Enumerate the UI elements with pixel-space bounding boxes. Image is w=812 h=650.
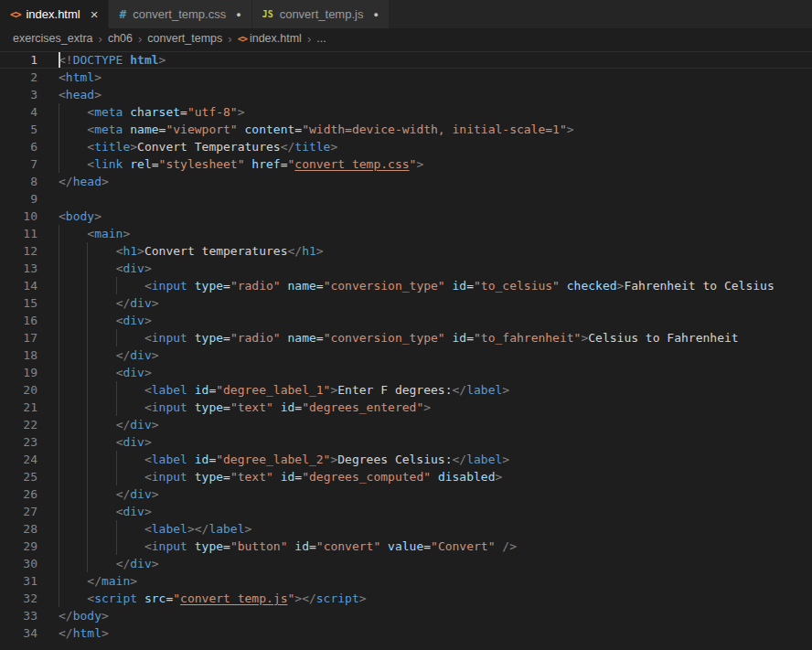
code-content: </div> [59, 416, 159, 433]
indent-guide [59, 103, 87, 121]
chevron-right-icon: › [136, 32, 144, 46]
attribute-name: rel [130, 157, 151, 171]
punctuation: < [59, 88, 66, 101]
breadcrumb-item--[interactable]: ... [316, 32, 326, 45]
indent-guide [59, 399, 87, 416]
equals-sign: = [223, 331, 230, 345]
punctuation: > [187, 522, 195, 536]
code-line[interactable]: 33</body> [0, 607, 812, 624]
code-line[interactable]: 23 <div> [0, 433, 812, 451]
code-content: <input type="button" id="convert" value=… [59, 538, 517, 555]
code-line[interactable]: 15 </div> [0, 294, 812, 312]
code-line[interactable]: 3<head> [0, 86, 812, 103]
punctuation: > [130, 140, 137, 154]
code-line[interactable]: 4 <meta charset="utf-8"> [0, 103, 812, 121]
code-line[interactable]: 34</html> [0, 624, 812, 642]
code-line[interactable]: 25 <input type="text" id="degrees_comput… [0, 468, 812, 485]
text-content [238, 123, 245, 136]
text-content: Fahrenheit to Celsius [624, 279, 774, 293]
code-line[interactable]: 9 [0, 190, 812, 208]
code-line[interactable]: 18 </div> [0, 346, 812, 364]
code-line[interactable]: 1<!DOCTYPE html> [0, 51, 812, 69]
code-line[interactable]: 22 </div> [0, 416, 812, 433]
code-line[interactable]: 29 <input type="button" id="convert" val… [0, 538, 812, 555]
code-line[interactable]: 32 <script src="convert_temp.js"></scrip… [0, 590, 812, 607]
code-line[interactable]: 12 <h1>Convert temperatures</h1> [0, 242, 812, 260]
breadcrumb-label: convert_temps [147, 32, 222, 45]
code-content: </head> [59, 173, 109, 190]
punctuation: </ [195, 522, 209, 536]
tag-name: main [94, 227, 123, 240]
tag-name: div [123, 366, 144, 379]
code-content: </body> [59, 607, 109, 624]
indent-guide [59, 468, 87, 485]
code-line[interactable]: 13 <div> [0, 260, 812, 277]
breadcrumb-item-ch06[interactable]: ch06 [108, 32, 133, 45]
code-line[interactable]: 21 <input type="text" id="degrees_entere… [0, 399, 812, 416]
code-line[interactable]: 2<html> [0, 69, 812, 86]
attribute-name: id [281, 470, 295, 484]
code-line[interactable]: 8</head> [0, 173, 812, 190]
tab-index-html[interactable]: <>index.html× [0, 0, 109, 28]
text-content [445, 279, 453, 293]
indent-guide [59, 155, 87, 173]
equals-sign: = [223, 279, 230, 293]
tab-convert-temp-js[interactable]: JSconvert_temp.js● [252, 0, 390, 28]
code-line[interactable]: 11 <main> [0, 225, 812, 242]
punctuation: < [87, 105, 94, 119]
code-line[interactable]: 27 <div> [0, 503, 812, 520]
tag-name: div [123, 505, 144, 518]
tag-name: label [208, 522, 244, 536]
tag-name: div [123, 314, 144, 327]
code-line[interactable]: 26 </div> [0, 485, 812, 503]
line-number: 9 [0, 190, 37, 208]
line-number: 20 [0, 381, 37, 399]
code-line[interactable]: 7 <link rel="stylesheet" href="convert_t… [0, 155, 812, 173]
attribute-name: disabled [438, 470, 496, 484]
attribute-value: "width=device-width, initial-scale=1" [302, 123, 567, 136]
code-line[interactable]: 5 <meta name="viewport" content="width=d… [0, 121, 812, 138]
code-line[interactable]: 19 <div> [0, 364, 812, 381]
indent-guide [59, 225, 87, 242]
breadcrumb-item-convert-temps[interactable]: convert_temps [147, 32, 222, 45]
modified-dot-icon[interactable]: ● [373, 10, 378, 19]
attribute-name: id [195, 383, 209, 397]
attribute-name: name [288, 279, 316, 293]
code-area[interactable]: 1<!DOCTYPE html>2<html>3<head>4 <meta ch… [0, 48, 812, 642]
punctuation: < [144, 383, 152, 397]
attribute-name: type [195, 331, 223, 345]
text-content [281, 331, 288, 345]
breadcrumb-item-index-html[interactable]: <>index.html [238, 32, 302, 45]
modified-dot-icon[interactable]: ● [236, 10, 240, 19]
attribute-name: value [388, 539, 423, 553]
indent-guide [87, 538, 115, 555]
indent-guide [116, 520, 144, 538]
code-line[interactable]: 24 <label id="degree_label_2">Degrees Ce… [0, 451, 812, 468]
tag-name: div [130, 557, 151, 570]
line-number: 18 [0, 346, 37, 364]
code-line[interactable]: 20 <label id="degree_label_1">Enter F de… [0, 381, 812, 399]
code-line[interactable]: 17 <input type="radio" name="conversion_… [0, 329, 812, 346]
punctuation: </ [287, 244, 302, 258]
text-content: Degrees Celsius: [337, 453, 452, 466]
code-line[interactable]: 16 <div> [0, 312, 812, 329]
close-icon[interactable]: × [91, 7, 99, 21]
punctuation: > [330, 140, 337, 154]
code-line[interactable]: 30 </div> [0, 555, 812, 572]
punctuation: /> [502, 539, 517, 553]
tag-name: input [152, 539, 187, 553]
code-line[interactable]: 31 </main> [0, 572, 812, 590]
attribute-name: type [195, 400, 223, 414]
code-line[interactable]: 6 <title>Convert Temperatures</title> [0, 138, 812, 155]
code-line[interactable]: 28 <label></label> [0, 520, 812, 538]
breadcrumb-item-exercises-extra[interactable]: exercises_extra [13, 32, 93, 45]
tab-convert-temp-css[interactable]: #convert_temp.css● [109, 0, 251, 28]
html-icon: <> [10, 8, 19, 21]
attribute-name: charset [130, 105, 180, 119]
punctuation: </ [302, 591, 316, 605]
punctuation: > [294, 591, 302, 605]
code-line[interactable]: 14 <input type="radio" name="conversion_… [0, 277, 812, 294]
code-line[interactable]: 10<body> [0, 208, 812, 225]
line-number: 16 [0, 312, 37, 329]
indent-guide [59, 520, 87, 538]
